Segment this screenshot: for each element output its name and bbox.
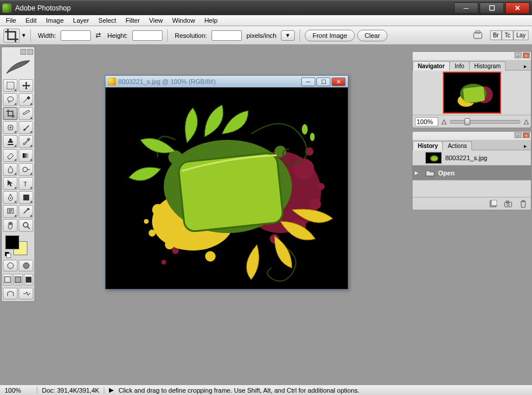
path-select-tool[interactable] (3, 177, 17, 190)
pen-tool[interactable] (3, 191, 17, 204)
new-document-from-state-icon[interactable] (488, 199, 498, 209)
move-tool[interactable] (19, 79, 33, 92)
window-close-button[interactable]: ✕ (505, 2, 530, 14)
svg-rect-10 (23, 195, 29, 200)
workspace-icon[interactable] (471, 30, 484, 41)
menu-window[interactable]: Window (168, 16, 200, 25)
tab-actions[interactable]: Actions (442, 141, 472, 150)
tab-histogram[interactable]: Histogram (469, 61, 506, 70)
menu-edit[interactable]: Edit (21, 16, 41, 25)
chevron-down-icon[interactable]: ▾ (22, 31, 26, 39)
screen-maximized-button[interactable] (13, 274, 23, 285)
clear-button[interactable]: Clear (357, 30, 387, 41)
navigator-preview[interactable] (413, 70, 531, 115)
marquee-tool[interactable] (3, 79, 17, 92)
doc-minimize-button[interactable]: ─ (301, 77, 315, 86)
notes-tool[interactable] (3, 205, 17, 218)
tab-navigator[interactable]: Navigator (413, 61, 450, 70)
panel-menu-icon[interactable]: ▸ (519, 62, 531, 70)
menu-view[interactable]: View (145, 16, 168, 25)
document-canvas[interactable] (105, 87, 348, 289)
brush-tool[interactable] (19, 121, 33, 134)
eraser-tool[interactable] (3, 149, 17, 162)
menu-help[interactable]: Help (200, 16, 223, 25)
quickmask-mode-button[interactable] (19, 260, 33, 271)
svg-point-12 (23, 223, 28, 227)
navigator-zoom-input[interactable] (415, 117, 438, 126)
svg-rect-49 (491, 200, 497, 206)
svg-point-32 (205, 251, 216, 262)
panel-minimize-icon[interactable]: – (515, 52, 522, 58)
history-brush-tool[interactable] (19, 135, 33, 148)
status-doc-size[interactable]: Doc: 391,4K/391,4K (37, 387, 104, 394)
swap-wh-icon[interactable]: ⇄ (93, 31, 103, 39)
menu-select[interactable]: Select (94, 16, 121, 25)
screen-full-button[interactable] (24, 274, 33, 285)
dock-tab-br[interactable]: Br (490, 30, 502, 40)
window-maximize-button[interactable]: ☐ (480, 2, 504, 14)
gradient-tool[interactable] (19, 149, 33, 162)
panel-close-icon[interactable]: × (523, 132, 530, 138)
default-colors-icon[interactable] (5, 252, 10, 258)
new-snapshot-icon[interactable] (503, 199, 513, 209)
standard-mode-button[interactable] (3, 260, 17, 271)
wand-tool[interactable] (19, 93, 33, 106)
status-hint: Click and drag to define cropping frame.… (118, 387, 530, 394)
front-image-button[interactable]: Front Image (305, 30, 354, 41)
status-bar: 100% Doc: 391,4K/391,4K ▶ Click and drag… (0, 385, 532, 395)
window-minimize-button[interactable]: ─ (454, 2, 478, 14)
svg-point-38 (302, 124, 308, 135)
menu-filter[interactable]: Filter (121, 16, 144, 25)
status-zoom[interactable]: 100% (2, 387, 37, 394)
toolbox-close-icon[interactable] (27, 49, 33, 55)
navigator-zoom-slider[interactable] (450, 120, 520, 124)
height-input[interactable] (132, 30, 163, 41)
zoom-tool[interactable] (19, 219, 33, 232)
hand-tool[interactable] (3, 219, 17, 232)
panel-close-icon[interactable]: × (523, 52, 530, 58)
status-play-icon[interactable]: ▶ (109, 386, 114, 394)
doc-close-button[interactable]: ✕ (332, 77, 346, 86)
menu-layer[interactable]: Layer (68, 16, 94, 25)
healing-tool[interactable] (3, 121, 17, 134)
screen-standard-button[interactable] (3, 274, 12, 285)
type-tool[interactable]: T (19, 177, 33, 190)
jump-to-imageready-button[interactable] (19, 288, 33, 299)
dock-tab-lay[interactable]: Lay (513, 30, 529, 40)
menubar: File Edit Image Layer Select Filter View… (0, 15, 532, 26)
zoom-out-icon[interactable]: △ (442, 118, 446, 125)
history-step-row[interactable]: ▸ Open (413, 165, 531, 181)
crop-tool-indicator[interactable] (3, 29, 20, 43)
lasso-tool[interactable] (3, 93, 17, 106)
eyedropper-tool[interactable] (19, 205, 33, 218)
foreground-color-well[interactable] (5, 235, 19, 249)
menu-file[interactable]: File (1, 16, 21, 25)
document-title: 8003221_s.jpg @ 100% (RGB/8#) (118, 78, 301, 85)
width-input[interactable] (61, 30, 91, 41)
zoom-in-icon[interactable]: △ (524, 118, 529, 125)
document-titlebar[interactable]: 8003221_s.jpg @ 100% (RGB/8#) ─ ☐ ✕ (105, 76, 348, 87)
dodge-tool[interactable] (19, 163, 33, 176)
svg-point-13 (8, 263, 13, 269)
titlebar: Adobe Photoshop ─ ☐ ✕ (0, 0, 532, 15)
resolution-input[interactable] (212, 30, 242, 41)
tab-info[interactable]: Info (449, 61, 470, 70)
jump-to-bridge-button[interactable] (3, 288, 17, 299)
units-dropdown[interactable]: ▾ (281, 30, 295, 41)
dock-tab-tc[interactable]: Tc (502, 30, 513, 40)
panel-minimize-icon[interactable]: – (515, 132, 522, 138)
shape-tool[interactable] (19, 191, 33, 204)
history-snapshot-row[interactable]: 8003221_s.jpg (413, 150, 531, 165)
tab-history[interactable]: History (413, 141, 443, 150)
stamp-tool[interactable] (3, 135, 17, 148)
open-step-icon (425, 169, 435, 177)
menu-image[interactable]: Image (41, 16, 69, 25)
blur-tool[interactable] (3, 163, 17, 176)
slice-tool[interactable] (19, 107, 33, 120)
toolbox-collapse-icon[interactable] (20, 49, 26, 55)
delete-state-icon[interactable] (518, 199, 529, 209)
doc-maximize-button[interactable]: ☐ (316, 77, 330, 86)
crop-tool[interactable] (3, 107, 17, 120)
panel-menu-icon[interactable]: ▸ (519, 142, 531, 150)
svg-point-14 (23, 263, 29, 269)
